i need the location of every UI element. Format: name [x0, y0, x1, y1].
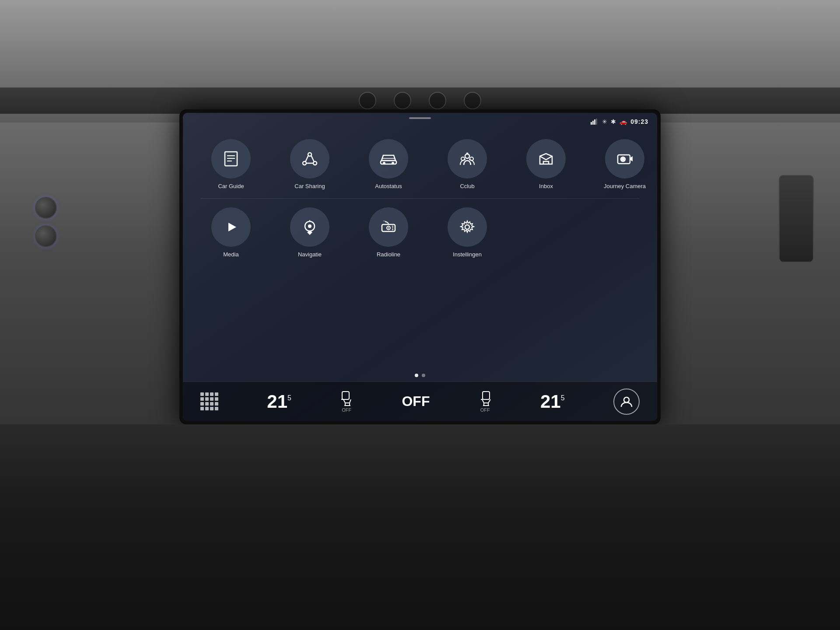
temp-right-display[interactable]: 21 5	[540, 392, 565, 411]
instellingen-label: Instellingen	[453, 251, 482, 258]
page-dots	[183, 369, 657, 382]
svg-point-26	[622, 158, 624, 161]
journey-camera-label: Journey Camera	[604, 183, 646, 189]
status-bar: ✳ ✱ 🚗 09:23	[183, 113, 657, 130]
temp-left-decimal: 5	[287, 392, 291, 402]
seat-left-icon[interactable]: OFF	[340, 391, 353, 413]
signal-icon	[591, 119, 598, 125]
svg-line-11	[305, 156, 308, 162]
media-icon-circle	[211, 207, 251, 247]
app-item-inbox[interactable]: Inbox	[515, 139, 577, 189]
scroll-indicator	[409, 117, 431, 119]
car-background: ✳ ✱ 🚗 09:23	[0, 0, 840, 630]
car-sharing-icon-circle	[290, 139, 329, 178]
temp-right-value: 21	[540, 392, 561, 411]
side-button-1[interactable]	[35, 197, 57, 219]
svg-line-12	[312, 156, 315, 162]
cclub-icon-circle	[448, 139, 487, 178]
app-row-bottom: Media Navigatie	[200, 207, 640, 258]
profile-button[interactable]	[613, 388, 640, 415]
app-grid: Car Guide	[183, 130, 657, 369]
app-item-radioline[interactable]: Radioline	[358, 207, 419, 258]
app-item-navigatie[interactable]: Navigatie	[279, 207, 340, 258]
svg-rect-3	[596, 119, 597, 125]
svg-point-16	[392, 162, 394, 164]
app-item-media[interactable]: Media	[200, 207, 262, 258]
seat-right-status: OFF	[480, 407, 490, 413]
cclub-label: Cclub	[460, 183, 474, 189]
asterisk-icon: ✳	[602, 118, 607, 125]
page-dot-1[interactable]	[415, 374, 418, 377]
infotainment-screen: ✳ ✱ 🚗 09:23	[179, 109, 661, 424]
app-item-autostatus[interactable]: Autostatus	[358, 139, 419, 189]
inbox-label: Inbox	[539, 183, 553, 189]
svg-rect-42	[483, 392, 490, 399]
instellingen-icon-circle	[448, 207, 487, 247]
vent-button-center-right	[429, 92, 446, 109]
left-side-buttons	[35, 197, 57, 247]
app-item-car-sharing[interactable]: Car Sharing	[279, 139, 340, 189]
screen-display: ✳ ✱ 🚗 09:23	[183, 113, 657, 421]
svg-point-15	[383, 162, 385, 164]
svg-rect-2	[594, 119, 595, 125]
svg-point-29	[308, 224, 312, 228]
seat-right-icon[interactable]: OFF	[479, 391, 492, 413]
inbox-icon-circle	[526, 139, 566, 178]
climate-off-label[interactable]: OFF	[402, 393, 430, 410]
autostatus-icon-circle	[369, 139, 408, 178]
seat-left-status: OFF	[342, 407, 351, 413]
media-label: Media	[223, 251, 238, 258]
car-sharing-label: Car Sharing	[294, 183, 325, 189]
bluetooth-icon: ✱	[611, 118, 616, 125]
navigatie-icon-circle	[290, 207, 329, 247]
svg-rect-1	[592, 121, 594, 125]
right-side-panel	[779, 175, 814, 262]
dashboard-bottom	[0, 424, 840, 630]
temp-right-decimal: 5	[561, 392, 565, 402]
page-dot-2[interactable]	[422, 374, 425, 377]
svg-point-46	[624, 397, 629, 402]
temp-left-display[interactable]: 21 5	[267, 392, 291, 411]
temp-left-value: 21	[267, 392, 287, 411]
svg-point-8	[308, 153, 312, 156]
journey-camera-icon-circle	[605, 139, 644, 178]
menu-grid-icon[interactable]	[200, 392, 218, 410]
vent-button-left	[359, 92, 376, 109]
app-item-instellingen[interactable]: Instellingen	[437, 207, 498, 258]
autostatus-label: Autostatus	[375, 183, 402, 189]
dashboard-top	[0, 0, 840, 122]
vent-button-center-left	[394, 92, 411, 109]
svg-marker-27	[228, 223, 236, 231]
app-item-journey-camera[interactable]: Journey Camera	[594, 139, 655, 189]
navigatie-label: Navigatie	[298, 251, 322, 258]
vent-button-right	[464, 92, 481, 109]
app-item-cclub[interactable]: Cclub	[437, 139, 498, 189]
svg-point-33	[388, 228, 389, 229]
side-button-2[interactable]	[35, 225, 57, 247]
app-item-car-guide[interactable]: Car Guide	[200, 139, 262, 189]
svg-rect-38	[342, 392, 349, 399]
clock-display: 09:23	[630, 118, 648, 125]
svg-point-22	[466, 153, 468, 154]
svg-rect-0	[591, 122, 592, 125]
radioline-label: Radioline	[377, 251, 400, 258]
radioline-icon-circle	[369, 207, 408, 247]
svg-point-37	[465, 225, 469, 229]
car-status-icon: 🚗	[620, 118, 627, 125]
app-row-top: Car Guide	[200, 139, 640, 199]
car-guide-icon-circle	[211, 139, 251, 178]
car-guide-label: Car Guide	[218, 183, 244, 189]
climate-bar: 21 5 OFF OFF	[183, 382, 657, 421]
